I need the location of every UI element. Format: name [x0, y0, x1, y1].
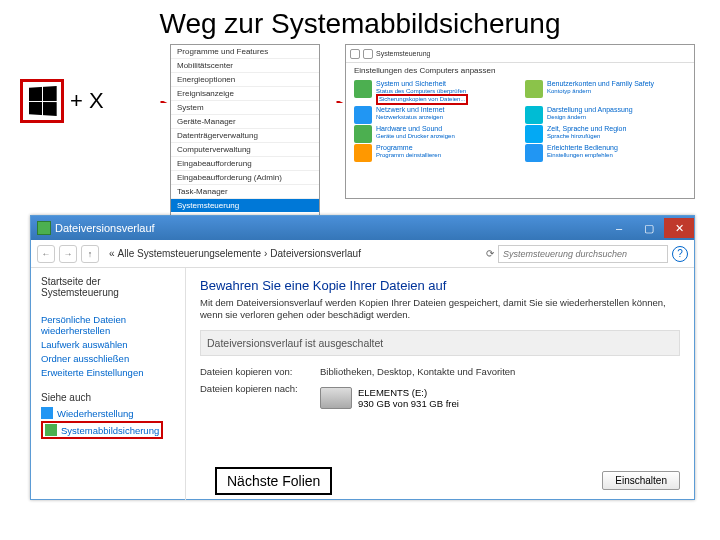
windows-logo-icon: [29, 86, 57, 116]
breadcrumb-sep: «: [109, 248, 115, 259]
hdd-icon: [320, 387, 352, 409]
help-icon[interactable]: ?: [672, 246, 688, 262]
win-x-shortcut: + X: [20, 79, 104, 123]
nav-up-button[interactable]: ↑: [81, 245, 99, 263]
minimize-button[interactable]: –: [604, 218, 634, 238]
next-slides-label: Nächste Folien: [215, 467, 332, 495]
control-panel-thumb: Systemsteuerung Einstellungen des Comput…: [345, 44, 695, 199]
menu-item[interactable]: Mobilitätscenter: [171, 59, 319, 73]
arrow-2: [322, 101, 346, 103]
content-description: Mit dem Dateiversionsverlauf werden Kopi…: [200, 297, 680, 322]
menu-item[interactable]: Energieoptionen: [171, 73, 319, 87]
cp-grid: System und SicherheitStatus des Computer…: [346, 78, 694, 164]
cp-item[interactable]: ProgrammeProgramm deinstallieren: [354, 144, 515, 162]
cp-nav-bar: Systemsteuerung: [346, 45, 694, 63]
menu-item[interactable]: System: [171, 101, 319, 115]
content-title: Bewahren Sie eine Kopie Ihrer Dateien au…: [200, 278, 680, 293]
cp-item[interactable]: Zeit, Sprache und RegionSprache hinzufüg…: [525, 125, 686, 143]
nav-fwd-icon[interactable]: [363, 49, 373, 59]
sidebar-link-advanced[interactable]: Erweiterte Einstellungen: [41, 367, 175, 378]
cp-item[interactable]: Hardware und SoundGeräte und Drucker anz…: [354, 125, 515, 143]
window-titlebar: Dateiversionsverlauf – ▢ ✕: [31, 216, 694, 240]
status-box: Dateiversionsverlauf ist ausgeschaltet: [200, 330, 680, 356]
svg-marker-1: [162, 102, 170, 103]
shield-icon: [354, 80, 372, 98]
sidebar-link-drive[interactable]: Laufwerk auswählen: [41, 339, 175, 350]
copy-to-label: Dateien kopieren nach:: [200, 383, 320, 410]
menu-item[interactable]: Eingabeaufforderung (Admin): [171, 171, 319, 185]
menu-item[interactable]: Datenträgerverwaltung: [171, 129, 319, 143]
page-title: Weg zur Systemabbildsicherung: [0, 0, 720, 44]
arrow-1: [130, 101, 170, 103]
flag-icon: [45, 424, 57, 436]
breadcrumb-item[interactable]: Alle Systemsteuerungselemente: [118, 248, 261, 259]
breadcrumb[interactable]: « Alle Systemsteuerungselemente › Dateiv…: [103, 248, 482, 259]
plus-x-label: + X: [70, 88, 104, 114]
cp-item[interactable]: Darstellung und AnpassungDesign ändern: [525, 106, 686, 124]
user-icon: [525, 80, 543, 98]
sidebar-link-restore[interactable]: Persönliche Dateien wiederherstellen: [41, 314, 175, 336]
copy-from-label: Dateien kopieren von:: [200, 366, 320, 377]
window-title: Dateiversionsverlauf: [55, 222, 155, 234]
sidebar-header: Startseite der Systemsteuerung: [41, 276, 175, 298]
sidebar-item-system-image[interactable]: Systemabbildsicherung: [41, 421, 163, 439]
nav-toolbar: ← → ↑ « Alle Systemsteuerungselemente › …: [31, 240, 694, 268]
sidebar-also-header: Siehe auch: [41, 392, 175, 403]
accessibility-icon: [525, 144, 543, 162]
drive-name: ELEMENTS (E:): [358, 387, 459, 398]
menu-item[interactable]: Computerverwaltung: [171, 143, 319, 157]
sidebar-item-recovery[interactable]: Wiederherstellung: [41, 407, 175, 419]
main-content: Bewahren Sie eine Kopie Ihrer Dateien au…: [186, 268, 694, 500]
drive-free: 930 GB von 931 GB frei: [358, 398, 459, 409]
close-button[interactable]: ✕: [664, 218, 694, 238]
nav-forward-button[interactable]: →: [59, 245, 77, 263]
network-icon: [354, 106, 372, 124]
search-input[interactable]: [498, 245, 668, 263]
status-text: Dateiversionsverlauf ist ausgeschaltet: [207, 337, 673, 349]
cp-item-system-security[interactable]: System und SicherheitStatus des Computer…: [354, 80, 515, 105]
top-row: + X Programme und Features Mobilitätscen…: [0, 44, 720, 209]
breadcrumb-item[interactable]: Dateiversionsverlauf: [270, 248, 361, 259]
sidebar-link-exclude[interactable]: Ordner ausschließen: [41, 353, 175, 364]
cp-backup-highlight: Sicherungskopien von Dateien...: [376, 94, 468, 105]
windows-key: [20, 79, 64, 123]
nav-back-button[interactable]: ←: [37, 245, 55, 263]
recovery-icon: [41, 407, 53, 419]
cp-item[interactable]: Netzwerk und InternetNetzwerkstatus anze…: [354, 106, 515, 124]
cp-item[interactable]: Erleichterte BedienungEinstellungen empf…: [525, 144, 686, 162]
menu-item[interactable]: Geräte-Manager: [171, 115, 319, 129]
refresh-icon[interactable]: ⟳: [486, 248, 494, 259]
app-icon: [37, 221, 51, 235]
menu-item[interactable]: Ereignisanzeige: [171, 87, 319, 101]
hardware-icon: [354, 125, 372, 143]
nav-back-icon[interactable]: [350, 49, 360, 59]
programs-icon: [354, 144, 372, 162]
file-history-window: Dateiversionsverlauf – ▢ ✕ ← → ↑ « Alle …: [30, 215, 695, 500]
cp-nav-path: Systemsteuerung: [376, 50, 430, 57]
menu-item[interactable]: Programme und Features: [171, 45, 319, 59]
appearance-icon: [525, 106, 543, 124]
cp-item[interactable]: Benutzerkonten und Family SafetyKontotyp…: [525, 80, 686, 105]
enable-button[interactable]: Einschalten: [602, 471, 680, 490]
cp-header: Einstellungen des Computers anpassen: [346, 63, 694, 78]
clock-icon: [525, 125, 543, 143]
menu-item[interactable]: Task-Manager: [171, 185, 319, 199]
drive-target: ELEMENTS (E:) 930 GB von 931 GB frei: [320, 387, 459, 410]
maximize-button[interactable]: ▢: [634, 218, 664, 238]
menu-item[interactable]: Eingabeaufforderung: [171, 157, 319, 171]
chevron-right-icon: ›: [264, 248, 267, 259]
menu-item-systemsteuerung[interactable]: Systemsteuerung: [171, 199, 319, 212]
sidebar: Startseite der Systemsteuerung Persönlic…: [31, 268, 186, 500]
copy-from-value: Bibliotheken, Desktop, Kontakte und Favo…: [320, 366, 515, 377]
